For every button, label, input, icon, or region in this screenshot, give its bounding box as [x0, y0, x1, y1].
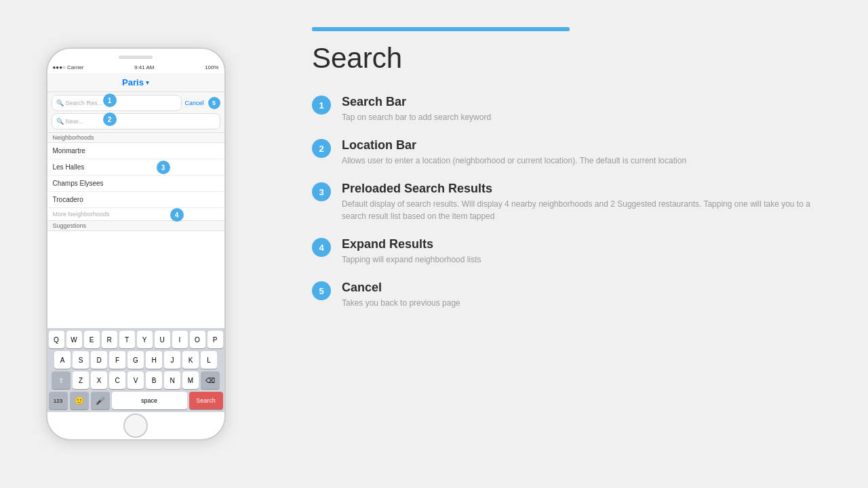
time-label: 9:41 AM	[134, 64, 154, 70]
search-input[interactable]: 🔍 Search Res...	[52, 95, 182, 111]
feature-title-3: Preloaded Search Results	[342, 182, 827, 196]
search-bars-area: 1 2 🔍 Search Res... Cancel 5 🔍 Near...	[47, 92, 224, 132]
feature-item-4: 4 Expand Results Tapping will expand nei…	[312, 237, 827, 266]
near-search-icon: 🔍	[56, 118, 64, 125]
keyboard-row-2: A S D F G H J K L	[49, 351, 223, 369]
key-n[interactable]: N	[164, 371, 180, 389]
feature-desc-3: Default display of search results. Will …	[342, 198, 827, 222]
near-placeholder: Near...	[66, 118, 84, 125]
feature-desc-1: Tap on search bar to add search keyword	[342, 111, 827, 123]
more-neighborhoods[interactable]: More Neighborhoods	[47, 208, 224, 220]
search-icon: 🔍	[56, 100, 64, 106]
key-i[interactable]: I	[172, 331, 188, 348]
feature-item-5: 5 Cancel Takes you back to previous page	[312, 281, 827, 309]
feature-content-2: Location Bar Allows user to enter a loca…	[342, 138, 827, 167]
badge-2: 2	[103, 113, 117, 126]
feature-content-4: Expand Results Tapping will expand neigh…	[342, 237, 827, 266]
feature-title-2: Location Bar	[342, 138, 827, 152]
key-h[interactable]: H	[146, 351, 162, 369]
neighborhood-row-3[interactable]: Trocadero	[47, 192, 224, 208]
cancel-button[interactable]: Cancel	[184, 100, 203, 106]
neighborhood-row-2[interactable]: Champs Elysees	[47, 176, 224, 192]
badge-5: 5	[208, 97, 220, 109]
emoji-key[interactable]: 🙂	[70, 392, 89, 409]
near-input[interactable]: 🔍 Near...	[52, 113, 220, 129]
page-title: Search	[312, 42, 827, 75]
feature-content-3: Preloaded Search Results Default display…	[342, 182, 827, 222]
phone-screen: Paris ▾ 1 2 🔍 Search Res... Cancel 5	[47, 73, 224, 412]
key-q[interactable]: Q	[49, 331, 64, 348]
key-a[interactable]: A	[54, 351, 71, 369]
neighborhood-row-0[interactable]: Monmartre	[47, 143, 224, 159]
carrier-label: ●●●○ Carrier	[53, 64, 84, 70]
search-bar-row-1: 🔍 Search Res... Cancel 5	[52, 95, 220, 111]
keyboard: Q W E R T Y U I O P A S D F G H	[47, 328, 224, 412]
feature-title-4: Expand Results	[342, 237, 827, 251]
key-r[interactable]: R	[102, 331, 117, 348]
key-m[interactable]: M	[182, 371, 199, 389]
key-u[interactable]: U	[155, 331, 170, 348]
left-panel: ●●●○ Carrier 9:41 AM 100% Paris ▾ 1 2 🔍	[0, 0, 271, 488]
phone-home-bar	[47, 412, 224, 439]
key-f[interactable]: F	[109, 351, 125, 369]
key-b[interactable]: B	[146, 371, 162, 389]
space-key[interactable]: space	[112, 392, 187, 409]
key-x[interactable]: X	[91, 371, 107, 389]
key-g[interactable]: G	[127, 351, 144, 369]
feature-badge-5: 5	[312, 281, 331, 300]
key-y[interactable]: Y	[137, 331, 153, 348]
backspace-key[interactable]: ⌫	[201, 371, 220, 389]
right-panel: Search 1 Search Bar Tap on search bar to…	[271, 0, 868, 488]
key-o[interactable]: O	[190, 331, 205, 348]
neighborhoods-header: Neighborhoods	[47, 132, 224, 143]
suggestions-header: Suggestions	[47, 220, 224, 231]
search-placeholder: Search Res...	[66, 100, 103, 106]
search-bar-row-2: 🔍 Near...	[52, 113, 220, 129]
badge-3: 3	[157, 161, 170, 174]
phone-frame: ●●●○ Carrier 9:41 AM 100% Paris ▾ 1 2 🔍	[46, 47, 226, 441]
key-k[interactable]: K	[182, 351, 199, 369]
shift-key[interactable]: ⇧	[52, 371, 71, 389]
battery-label: 100%	[205, 64, 218, 70]
feature-item-1: 1 Search Bar Tap on search bar to add se…	[312, 95, 827, 123]
feature-title-1: Search Bar	[342, 95, 827, 109]
neighborhood-row-1[interactable]: Les Halles	[47, 159, 224, 176]
key-z[interactable]: Z	[73, 371, 89, 389]
chevron-down-icon: ▾	[146, 79, 149, 86]
feature-content-1: Search Bar Tap on search bar to add sear…	[342, 95, 827, 123]
key-j[interactable]: J	[164, 351, 180, 369]
accent-bar	[312, 27, 570, 31]
feature-desc-5: Takes you back to previous page	[342, 297, 827, 309]
keyboard-row-1: Q W E R T Y U I O P	[49, 331, 223, 348]
feature-content-5: Cancel Takes you back to previous page	[342, 281, 827, 309]
badge-4: 4	[170, 208, 184, 222]
feature-item-2: 2 Location Bar Allows user to enter a lo…	[312, 138, 827, 167]
feature-badge-4: 4	[312, 238, 331, 257]
key-c[interactable]: C	[109, 371, 125, 389]
feature-badge-1: 1	[312, 96, 331, 115]
location-label: Paris	[122, 77, 144, 87]
feature-desc-2: Allows user to enter a location (neighbo…	[342, 155, 827, 167]
home-button[interactable]	[123, 413, 148, 438]
keyboard-row-3: ⇧ Z X C V B N M ⌫	[49, 371, 223, 389]
feature-title-5: Cancel	[342, 281, 827, 295]
feature-desc-4: Tapping will expand neighborhood lists	[342, 253, 827, 266]
key-s[interactable]: S	[73, 351, 89, 369]
num-key[interactable]: 123	[49, 392, 68, 409]
key-l[interactable]: L	[201, 351, 217, 369]
phone-status-bar: ●●●○ Carrier 9:41 AM 100%	[47, 61, 224, 73]
key-e[interactable]: E	[84, 331, 100, 348]
key-p[interactable]: P	[208, 331, 223, 348]
key-w[interactable]: W	[66, 331, 82, 348]
mic-key[interactable]: 🎤	[91, 392, 110, 409]
key-d[interactable]: D	[91, 351, 107, 369]
phone-speaker	[119, 56, 153, 59]
results-area: Neighborhoods Monmartre Les Halles 3 Cha…	[47, 132, 224, 328]
feature-badge-2: 2	[312, 139, 331, 158]
feature-badge-3: 3	[312, 182, 331, 201]
key-v[interactable]: V	[127, 371, 144, 389]
location-bar[interactable]: Paris ▾	[47, 73, 224, 92]
key-t[interactable]: T	[119, 331, 135, 348]
search-keyboard-button[interactable]: Search	[189, 392, 223, 409]
feature-list: 1 Search Bar Tap on search bar to add se…	[312, 95, 827, 309]
